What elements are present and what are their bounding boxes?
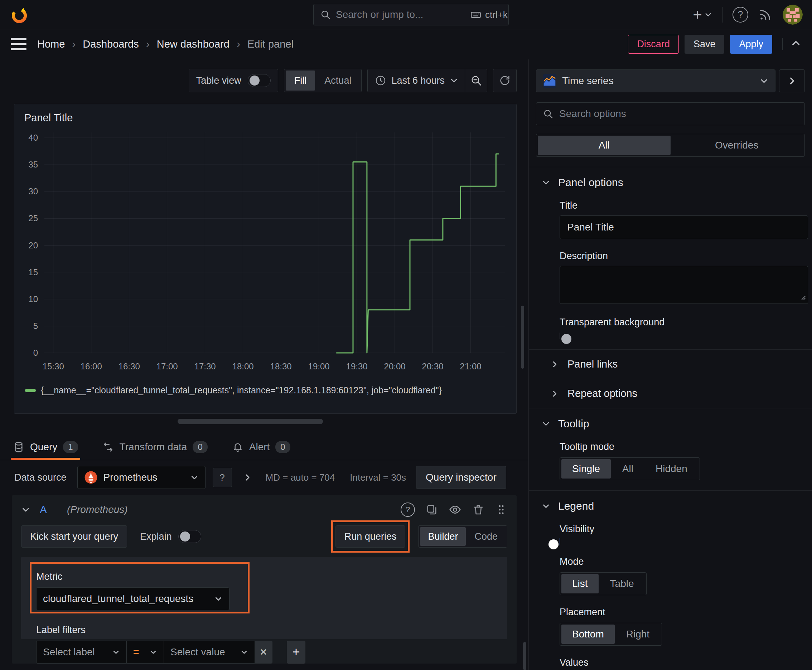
grafana-logo-icon[interactable] [9, 5, 29, 25]
duplicate-icon[interactable] [425, 504, 438, 516]
tab-alert[interactable]: Alert 0 [230, 434, 293, 460]
tab-transform-data[interactable]: Transform data 0 [100, 434, 210, 460]
legend-series-name[interactable]: {__name__="cloudflared_tunnel_total_requ… [41, 385, 442, 396]
metric-select[interactable]: cloudflared_tunnel_total_requests [36, 587, 229, 610]
chevron-down-icon [704, 11, 712, 19]
tab-query[interactable]: Query 1 [11, 434, 80, 460]
repeat-options-section[interactable]: Repeat options [550, 387, 805, 399]
explain-control: Explain [140, 530, 201, 543]
chevron-down-icon[interactable] [21, 505, 31, 514]
transform-icon [102, 441, 114, 453]
svg-text:19:30: 19:30 [346, 362, 368, 371]
transparent-bg-toggle[interactable] [559, 333, 560, 339]
visualization-picker[interactable]: Time series [536, 69, 775, 92]
panel-links-section[interactable]: Panel links [550, 358, 805, 370]
select-label-dropdown[interactable]: Select label [36, 641, 126, 663]
panel-title[interactable]: Panel Title [24, 112, 507, 124]
panel-title-input[interactable] [559, 215, 808, 239]
add-filter-button[interactable] [287, 641, 305, 663]
legend-section[interactable]: Legend [542, 500, 805, 512]
options-search[interactable] [536, 102, 805, 125]
drag-handle-icon[interactable] [495, 504, 507, 516]
svg-text:0: 0 [33, 348, 38, 357]
tooltip-single-option[interactable]: Single [561, 459, 611, 479]
chevron-right-icon[interactable] [243, 473, 252, 482]
time-range-picker[interactable]: Last 6 hours [367, 69, 487, 92]
search-icon [543, 108, 554, 119]
builder-option[interactable]: Builder [420, 527, 466, 546]
legend-list-option[interactable]: List [561, 574, 598, 594]
datasource-picker[interactable]: Prometheus [77, 466, 205, 489]
kickstart-button[interactable]: Kick start your query [21, 525, 127, 548]
legend-table-option[interactable]: Table [599, 574, 645, 594]
svg-text:21:00: 21:00 [460, 362, 481, 371]
eye-icon[interactable] [449, 503, 461, 516]
remove-filter-button[interactable] [254, 641, 273, 663]
time-range-label: Last 6 hours [391, 75, 445, 86]
options-search-input[interactable] [559, 108, 798, 120]
tab-all[interactable]: All [538, 135, 671, 155]
tab-overrides[interactable]: Overrides [671, 135, 804, 155]
description-textarea[interactable] [559, 266, 808, 304]
svg-text:15: 15 [28, 267, 38, 277]
panel-options-section[interactable]: Panel options [542, 176, 805, 189]
legend-placement-label: Placement [559, 607, 805, 618]
add-menu-button[interactable]: + [693, 7, 712, 22]
select-value-dropdown[interactable]: Select value [164, 641, 254, 663]
search-icon [320, 9, 331, 20]
apply-button[interactable]: Apply [730, 35, 772, 54]
code-option[interactable]: Code [466, 527, 505, 546]
collapse-header-button[interactable] [782, 38, 801, 50]
datasource-label: Data source [11, 472, 70, 483]
timeseries-chart[interactable]: 051015202530354015:3016:0016:3017:0017:3… [24, 127, 507, 382]
horizontal-scrollbar[interactable] [178, 419, 323, 424]
tooltip-section[interactable]: Tooltip [542, 418, 805, 430]
save-button[interactable]: Save [685, 35, 725, 54]
fill-option[interactable]: Fill [286, 71, 315, 91]
breadcrumb-dashboards[interactable]: Dashboards [83, 38, 139, 50]
trash-icon[interactable] [472, 504, 485, 516]
global-search[interactable]: ctrl+k [313, 4, 509, 25]
explain-toggle[interactable] [178, 530, 201, 543]
chevron-down-icon [190, 473, 199, 482]
news-rss-icon[interactable] [758, 7, 773, 22]
legend-bottom-option[interactable]: Bottom [561, 624, 615, 644]
resize-handle-icon[interactable] [800, 294, 806, 302]
divider [529, 349, 812, 350]
legend-series-swatch[interactable] [25, 389, 36, 392]
tooltip-hidden-option[interactable]: Hidden [645, 459, 698, 479]
tooltip-all-option[interactable]: All [612, 459, 644, 479]
vertical-scrollbar[interactable] [521, 306, 524, 369]
query-row-header[interactable]: A (Prometheus) ? [21, 503, 507, 517]
operator-dropdown[interactable]: = [126, 641, 164, 663]
breadcrumb-home[interactable]: Home [37, 38, 65, 50]
global-search-input[interactable] [336, 9, 465, 20]
table-view-toggle[interactable] [248, 74, 271, 87]
user-avatar[interactable] [783, 5, 803, 25]
divider [529, 490, 812, 491]
legend-right-option[interactable]: Right [615, 624, 660, 644]
actual-option[interactable]: Actual [316, 71, 360, 91]
query-help-icon[interactable]: ? [401, 503, 415, 517]
label-filters-row: Select label = [32, 641, 497, 663]
plus-icon: + [693, 7, 702, 22]
table-view-control: Table view [189, 69, 278, 92]
datasource-help-button[interactable]: ? [213, 468, 232, 487]
legend-visibility-toggle[interactable] [559, 538, 560, 545]
topbar-divider [722, 7, 722, 22]
legend-values-label: Values [559, 657, 805, 668]
toggle-viz-picker-button[interactable] [779, 69, 805, 92]
tooltip-mode-switch: Single All Hidden [559, 457, 700, 481]
query-inspector-button[interactable]: Query inspector [416, 466, 506, 489]
refresh-button[interactable] [493, 69, 517, 92]
chart-legend: {__name__="cloudflared_tunnel_total_requ… [25, 385, 507, 396]
tab-query-label: Query [30, 441, 57, 453]
zoom-out-button[interactable] [465, 69, 487, 92]
discard-button[interactable]: Discard [628, 35, 679, 54]
metric-value: cloudflared_tunnel_total_requests [43, 593, 193, 604]
menu-toggle-icon[interactable] [11, 38, 27, 50]
run-queries-button[interactable]: Run queries [336, 525, 406, 548]
help-icon[interactable]: ? [732, 7, 748, 22]
breadcrumb-new-dashboard[interactable]: New dashboard [157, 38, 229, 50]
svg-text:17:30: 17:30 [194, 362, 216, 371]
